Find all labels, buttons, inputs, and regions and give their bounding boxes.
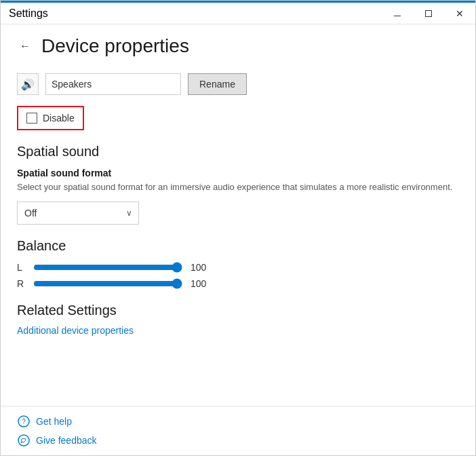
additional-device-properties-link[interactable]: Additional device properties: [17, 325, 459, 336]
spatial-sound-section: Spatial sound Spatial sound format Selec…: [17, 144, 459, 225]
related-settings-section: Related Settings Additional device prope…: [17, 303, 459, 336]
back-arrow-icon: ←: [20, 40, 31, 52]
spatial-sound-dropdown-wrapper: Off Windows Sonic for Headphones Dolby A…: [17, 202, 139, 225]
page-title: Device properties: [41, 35, 189, 57]
get-help-label: Get help: [36, 416, 72, 427]
speaker-icon-box: 🔊: [17, 73, 39, 95]
balance-section: Balance L 100 R 100: [17, 238, 459, 289]
settings-window: Settings ✕ ← Device properties 🔊: [0, 0, 476, 456]
titlebar: Settings ✕: [1, 3, 475, 24]
related-settings-title: Related Settings: [17, 303, 459, 318]
give-feedback-icon: [17, 434, 31, 447]
minimize-button[interactable]: [382, 3, 413, 24]
device-name-input[interactable]: [45, 73, 181, 95]
close-icon: ✕: [456, 8, 464, 19]
balance-right-row: R 100: [17, 278, 459, 289]
main-content: ← Device properties 🔊 Rename Disable Spa…: [1, 24, 475, 406]
disable-checkbox[interactable]: [26, 113, 37, 124]
balance-title: Balance: [17, 238, 459, 254]
balance-left-label: L: [17, 262, 25, 273]
rename-button[interactable]: Rename: [188, 73, 247, 95]
titlebar-left: Settings: [9, 7, 48, 20]
minimize-icon: [394, 16, 401, 16]
titlebar-controls: ✕: [382, 3, 475, 24]
balance-right-value: 100: [191, 278, 211, 289]
spatial-sound-subsection-title: Spatial sound format: [17, 168, 459, 178]
maximize-button[interactable]: [413, 3, 444, 24]
spatial-sound-dropdown[interactable]: Off Windows Sonic for Headphones Dolby A…: [17, 202, 139, 225]
balance-left-value: 100: [191, 262, 211, 273]
footer-section: ? Get help Give feedback: [1, 406, 475, 455]
get-help-link[interactable]: ? Get help: [17, 415, 459, 428]
balance-right-slider[interactable]: [33, 278, 182, 289]
maximize-icon: [425, 10, 432, 17]
give-feedback-label: Give feedback: [36, 435, 97, 446]
get-help-icon: ?: [17, 415, 31, 428]
titlebar-title: Settings: [9, 7, 48, 20]
balance-left-row: L 100: [17, 262, 459, 273]
svg-point-2: [18, 435, 29, 446]
spatial-sound-description: Select your spatial sound format for an …: [17, 181, 459, 193]
svg-text:?: ?: [22, 418, 26, 425]
balance-left-slider[interactable]: [33, 262, 182, 273]
header-row: ← Device properties: [17, 24, 459, 62]
give-feedback-link[interactable]: Give feedback: [17, 434, 459, 447]
back-button[interactable]: ←: [17, 37, 33, 55]
disable-container: Disable: [17, 106, 84, 130]
disable-label[interactable]: Disable: [43, 113, 75, 124]
speaker-icon: 🔊: [21, 78, 35, 91]
disable-wrapper: Disable: [17, 106, 459, 130]
balance-right-label: R: [17, 278, 25, 289]
spatial-sound-title: Spatial sound: [17, 144, 459, 159]
device-row: 🔊 Rename: [17, 73, 459, 95]
close-button[interactable]: ✕: [444, 3, 475, 24]
